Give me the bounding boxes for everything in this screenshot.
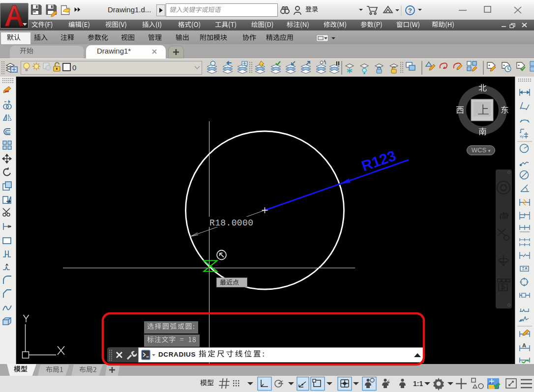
svg-text:1:1: 1:1 (413, 380, 423, 388)
